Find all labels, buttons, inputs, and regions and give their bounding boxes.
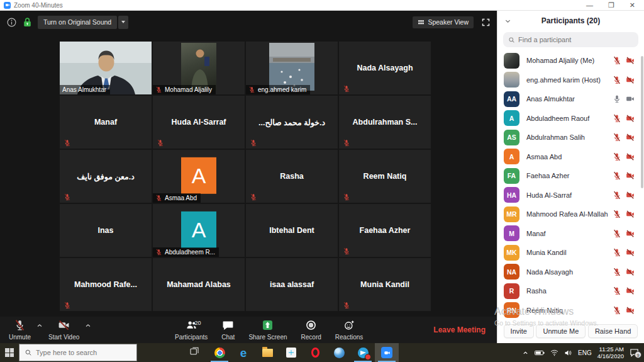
camera-off-icon <box>626 114 635 123</box>
taskbar-app-zoom[interactable] <box>375 343 399 362</box>
meeting-topbar: Turn on Original Sound Speaker View <box>0 14 497 30</box>
tray-chevron-icon[interactable] <box>522 349 529 356</box>
participant-row[interactable]: NANada Alsayagh <box>497 263 644 282</box>
tile-name-label: Anas Almukhtar <box>60 85 110 94</box>
taskbar-app-chrome[interactable] <box>208 343 231 362</box>
battery-icon[interactable] <box>535 349 545 356</box>
participant-row[interactable]: FAFaehaa Azher <box>497 166 644 186</box>
video-tile[interactable]: AAsmaa Abd <box>153 150 245 203</box>
video-tile[interactable]: Mohamad Aljalily <box>153 42 245 94</box>
original-sound-dropdown[interactable] <box>118 16 128 29</box>
zoom-taskbar-icon <box>381 347 392 358</box>
start-button[interactable] <box>0 343 19 362</box>
taskbar-app-store[interactable] <box>279 343 303 362</box>
leave-meeting-button[interactable]: Leave Meeting <box>433 317 486 343</box>
participant-row[interactable]: MKMunia Kandil <box>497 243 644 263</box>
video-tile[interactable]: د.معن موفق نايف <box>60 150 152 203</box>
muted-mic-icon <box>613 286 621 295</box>
maximize-button[interactable]: ❐ <box>608 2 614 9</box>
video-tile[interactable]: Mahamad Alabas <box>153 258 245 311</box>
unmute-me-button[interactable]: Unmute Me <box>536 324 586 338</box>
participant-row[interactable]: MManaf <box>497 224 644 244</box>
close-button[interactable]: ✕ <box>630 2 635 9</box>
participants-button[interactable]: 20 Participants <box>171 317 211 343</box>
participant-row[interactable]: Mohamad Aljalily (Me) <box>497 51 644 71</box>
taskbar-app-task-view[interactable] <box>182 343 206 362</box>
muted-mic-icon <box>250 192 257 200</box>
fullscreen-icon[interactable] <box>481 18 491 27</box>
participant-row[interactable]: ASAbdulrahman Salih <box>497 128 644 147</box>
video-tile[interactable]: eng.ahmed karim <box>246 42 338 94</box>
taskbar-app-browser-sphere[interactable] <box>327 343 351 362</box>
participant-name: Huda Al-Sarraf <box>526 191 613 199</box>
video-tile[interactable]: Munia Kandil <box>339 258 431 311</box>
muted-mic-icon <box>613 210 621 218</box>
participant-search-input[interactable] <box>518 36 633 43</box>
participant-avatar: HA <box>504 187 519 203</box>
minimize-button[interactable]: — <box>586 2 593 9</box>
notification-center-icon[interactable]: 9 <box>630 348 639 357</box>
participant-search[interactable] <box>503 32 638 47</box>
video-tile[interactable]: Huda Al-Sarraf <box>153 96 245 149</box>
tile-participant-name: Nada Alsayagh <box>339 42 431 94</box>
participant-row[interactable]: RNReem Natiq <box>497 301 644 320</box>
video-section: Turn on Original Sound Speaker View Anas… <box>0 11 497 343</box>
video-tile[interactable]: Faehaa Azher <box>339 204 431 257</box>
meeting-info-icon[interactable] <box>6 17 17 28</box>
participant-row[interactable]: HAHuda Al-Sarraf <box>497 186 644 205</box>
video-tile[interactable]: Mahmood Rafe... <box>60 258 152 311</box>
speaker-icon[interactable] <box>564 349 572 356</box>
taskbar-app-edge[interactable]: e <box>231 343 255 362</box>
participant-row[interactable]: RRasha <box>497 281 644 301</box>
video-tile[interactable]: Abdulrahman S... <box>339 96 431 149</box>
tile-participant-name: Abdulrahman S... <box>339 96 431 149</box>
video-tile[interactable]: AAbduladheem R... <box>153 204 245 257</box>
invite-button[interactable]: Invite <box>504 324 534 338</box>
language-indicator[interactable]: ENG <box>578 349 592 356</box>
telegram-icon <box>358 348 369 358</box>
taskbar-app-file-explorer[interactable] <box>255 343 279 362</box>
speaker-view-button[interactable]: Speaker View <box>413 16 474 28</box>
telegram-notification-badge <box>365 354 371 360</box>
camera-off-icon <box>626 191 635 200</box>
participant-row[interactable]: MRMahmood Rafea Al-Mallah <box>497 205 644 224</box>
video-tile[interactable]: Reem Natiq <box>339 150 431 203</box>
start-video-button[interactable]: Start Video <box>45 318 83 342</box>
participant-name: Rasha <box>526 287 613 295</box>
tile-name-label: Mohamad Aljalily <box>153 85 216 94</box>
chat-icon <box>222 319 234 332</box>
video-options-chevron[interactable] <box>84 322 92 338</box>
wifi-icon[interactable] <box>550 349 558 356</box>
taskbar-app-telegram[interactable] <box>351 343 375 362</box>
participant-name: Asmaa Abd <box>526 153 613 161</box>
reactions-button[interactable]: Reactions <box>331 317 367 343</box>
taskbar-search[interactable] <box>19 344 137 361</box>
video-tile[interactable]: Manaf <box>60 96 152 149</box>
participant-row[interactable]: eng.ahmed karim (Host) <box>497 71 644 90</box>
video-tile[interactable]: Ibtehal Dent <box>246 204 338 257</box>
raise-hand-button[interactable]: Raise Hand <box>588 324 638 338</box>
panel-collapse-chevron-icon[interactable] <box>504 16 512 25</box>
video-tile[interactable]: Rasha <box>246 150 338 203</box>
video-tile[interactable]: Anas Almukhtar <box>60 42 152 94</box>
original-sound-button[interactable]: Turn on Original Sound <box>38 16 117 29</box>
video-tile[interactable]: Inas <box>60 204 152 257</box>
share-screen-button[interactable]: Share Screen <box>245 317 291 343</box>
video-tile[interactable]: isaa alassaf <box>246 258 338 311</box>
microsoft-store-icon <box>286 348 296 358</box>
participant-row[interactable]: AAAnas Almukhtar <box>497 89 644 109</box>
participant-row[interactable]: AAsmaa Abd <box>497 147 644 167</box>
video-tile[interactable]: ...د.خولة محمد صالح <box>246 96 338 149</box>
unmute-button[interactable]: Unmute <box>5 318 35 342</box>
panel-scrollbar[interactable] <box>641 56 643 188</box>
muted-mic-icon <box>613 114 621 123</box>
record-button[interactable]: Record <box>297 317 325 343</box>
chat-button[interactable]: Chat <box>218 317 238 343</box>
taskbar-clock[interactable]: 11:25 AM 4/16/2020 <box>597 346 624 359</box>
participant-row[interactable]: AAbduladheem Raouf <box>497 109 644 128</box>
participant-avatar: FA <box>504 168 519 184</box>
audio-options-chevron[interactable] <box>36 322 43 338</box>
video-tile[interactable]: Nada Alsayagh <box>339 42 431 94</box>
taskbar-app-opera[interactable] <box>303 343 327 362</box>
taskbar-search-input[interactable] <box>36 349 131 356</box>
